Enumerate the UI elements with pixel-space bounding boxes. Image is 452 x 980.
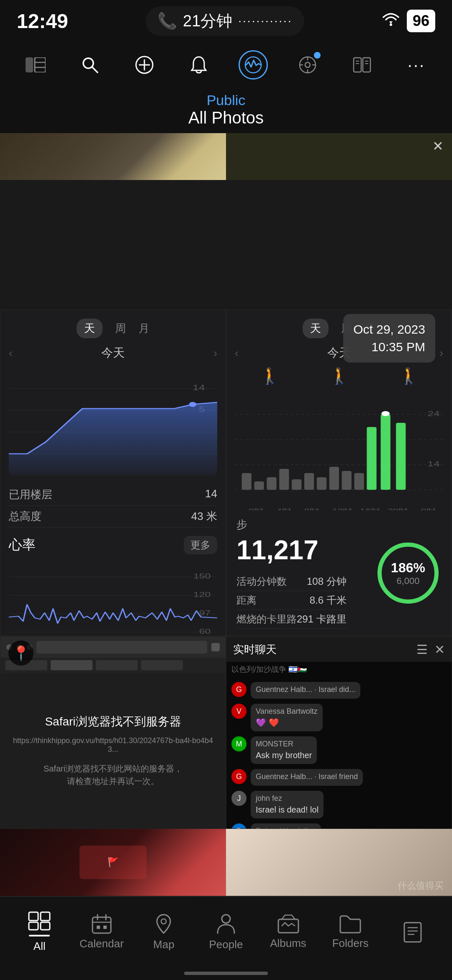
map-icon <box>154 913 174 935</box>
svg-point-12 <box>305 62 310 67</box>
steps-count: 11,217 <box>236 535 347 566</box>
health-card-1[interactable]: 天 周 月 ‹ 今天 › <box>0 310 226 636</box>
circle-pct: 186% <box>391 560 425 576</box>
nav-document[interactable] <box>388 922 438 943</box>
add-button[interactable] <box>130 50 159 80</box>
chat-message-4: G Guentnez Halb... · Israel friend <box>231 769 447 786</box>
chat-icon-2[interactable]: ✕ <box>434 642 445 657</box>
svg-text:14: 14 <box>427 460 440 468</box>
avatar-6: R <box>231 823 247 828</box>
chat-name-2: Vanessa Bartwoltz <box>256 707 318 716</box>
date-tooltip: Oct 29, 2023 10:35 PM <box>343 314 435 363</box>
safari-error-title: Safari浏览器找不到服务器 <box>45 714 181 730</box>
svg-rect-84 <box>404 923 421 942</box>
reading-button[interactable] <box>347 50 377 80</box>
svg-point-81 <box>161 919 166 924</box>
tab-2 <box>51 660 92 670</box>
chat-text-5: Israel is dead! lol <box>256 804 318 815</box>
call-indicator: 📞 21分钟 ············ <box>146 6 304 36</box>
next-arrow[interactable]: › <box>213 347 217 360</box>
nav-day-1[interactable]: 天 <box>77 319 103 338</box>
thumb-left[interactable]: 🚩 <box>0 829 226 896</box>
prev-arrow[interactable]: ‹ <box>9 347 13 360</box>
nav-people-label: People <box>209 938 243 951</box>
floors-value: 14 <box>205 487 217 502</box>
svg-rect-51 <box>279 469 289 490</box>
svg-rect-49 <box>254 481 264 490</box>
chat-text-3: Ask my brother <box>256 750 312 761</box>
nav-calendar[interactable]: Calendar <box>77 914 127 950</box>
compass-button[interactable] <box>293 50 322 80</box>
thumb-left-content: 🚩 <box>80 846 146 879</box>
svg-rect-50 <box>267 477 276 490</box>
active-min-label: 活动分钟数 <box>236 575 287 588</box>
svg-rect-55 <box>329 467 339 490</box>
svg-rect-75 <box>92 917 111 933</box>
screenshot-row: Safari浏览器找不到服务器 https://thinkhippo.gov.v… <box>0 636 452 829</box>
browser-dot-4 <box>211 643 220 651</box>
steps-stats: 活动分钟数 108 分钟 距离 8.6 千米 燃烧的卡里路 291 卡路里 <box>236 572 347 629</box>
sidebar-toggle-button[interactable] <box>21 50 50 80</box>
heart-chart: 150 120 97 60 <box>9 558 217 636</box>
safari-error-detail: Safari浏览器找不到此网站的服务器，请检查地址并再试一次。 <box>44 762 182 787</box>
all-photos-title: All Photos <box>0 108 452 127</box>
chat-name-5: john fez <box>256 794 318 803</box>
nav-albums[interactable]: Albums <box>263 914 313 950</box>
more-button[interactable]: ··· <box>402 50 431 80</box>
nav-people[interactable]: People <box>201 913 251 951</box>
stat-height: 总高度 43 米 <box>9 506 217 527</box>
chat-message-2: V Vanessa Bartwoltz 💜 ❤️ <box>231 704 447 731</box>
nav-day-2[interactable]: 天 <box>303 319 329 338</box>
svg-rect-58 <box>367 427 376 490</box>
safari-error-card[interactable]: Safari浏览器找不到服务器 https://thinkhippo.gov.v… <box>0 636 226 829</box>
svg-rect-72 <box>41 912 50 921</box>
thumb-left-bg: 🚩 <box>0 829 226 896</box>
battery-indicator: 96 <box>407 10 435 32</box>
next-arrow-2[interactable]: › <box>439 347 443 360</box>
status-bar: 12:49 📞 21分钟 ············ 96 <box>0 0 452 42</box>
active-minutes-row: 活动分钟数 108 分钟 <box>236 572 347 591</box>
svg-point-61 <box>381 411 390 416</box>
walk-icons: 🚶 🚶 🚶 <box>235 367 443 385</box>
nav-folders[interactable]: Folders <box>325 914 375 950</box>
svg-rect-80 <box>103 926 107 929</box>
phone-icon: 📞 <box>157 12 177 30</box>
svg-text:120: 120 <box>193 591 211 598</box>
nav-month-1[interactable]: 月 <box>139 321 149 336</box>
chat-icon-1[interactable]: ☰ <box>416 642 428 657</box>
avatar-3: M <box>231 736 247 751</box>
bubble-4: Guentnez Halb... · Israel friend <box>251 769 363 786</box>
chat-card[interactable]: 实时聊天 ☰ ✕ 以色列/加沙战争 🇮🇱🇵🇸 G Guentnez Halb..… <box>226 636 452 829</box>
circle-text: 186% 6,000 <box>391 560 425 586</box>
nav-week-1[interactable]: 周 <box>115 321 126 336</box>
svg-rect-79 <box>97 926 100 929</box>
steps-left: 步 11,217 活动分钟数 108 分钟 距离 8.6 千米 <box>236 517 347 629</box>
svg-rect-48 <box>242 473 252 490</box>
avatar-1: G <box>231 682 247 697</box>
chat-name-3: MONSTER <box>256 740 312 749</box>
prev-arrow-2[interactable]: ‹ <box>235 347 239 360</box>
svg-point-31 <box>189 402 197 407</box>
folders-icon <box>339 914 361 934</box>
calories-val: 291 卡路里 <box>297 612 347 626</box>
svg-rect-59 <box>381 414 390 490</box>
toolbar: ··· <box>0 42 452 88</box>
calories-row: 燃烧的卡里路 291 卡路里 <box>236 610 347 629</box>
svg-rect-52 <box>292 479 301 490</box>
svg-text:24: 24 <box>427 410 440 417</box>
search-button[interactable] <box>75 50 105 80</box>
tab-3 <box>96 660 138 670</box>
health-card-1-content: 天 周 月 ‹ 今天 › <box>0 310 226 636</box>
nav-map[interactable]: Map <box>139 913 189 951</box>
svg-text:97: 97 <box>199 609 211 617</box>
svg-rect-1 <box>26 57 33 72</box>
more-button-hr[interactable]: 更多 <box>184 536 217 554</box>
tooltip-time: 10:35 PM <box>353 338 425 356</box>
notifications-button[interactable] <box>184 50 213 80</box>
top-strip[interactable]: ✕ <box>0 130 452 180</box>
health-nav-1: 天 周 月 <box>9 319 217 338</box>
activity-button[interactable] <box>239 50 268 80</box>
steps-bar-chart: 24 14 <box>235 389 443 515</box>
nav-all[interactable]: All <box>14 911 64 953</box>
bottom-thumbnails: 🚩 <box>0 829 452 896</box>
